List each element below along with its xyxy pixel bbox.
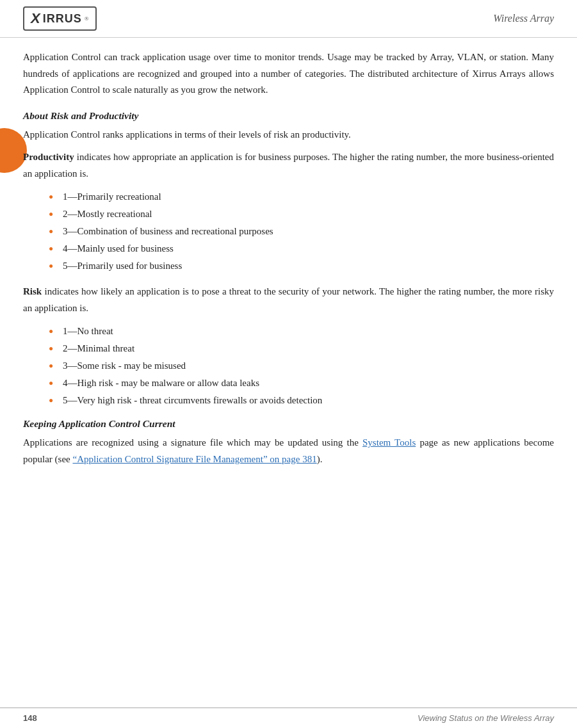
list-item: 2—Minimal threat bbox=[49, 340, 554, 357]
main-content: Application Control can track applicatio… bbox=[0, 38, 577, 467]
page-header: X IRRUS ® Wireless Array bbox=[0, 0, 577, 38]
list-item: 3—Some risk - may be misused bbox=[49, 357, 554, 375]
logo-registered: ® bbox=[85, 15, 89, 22]
list-item: 1—No threat bbox=[49, 323, 554, 340]
logo-irrus-text: IRRUS bbox=[43, 12, 82, 26]
section2-text-after: ). bbox=[317, 454, 323, 464]
section1-heading: About Risk and Productivity bbox=[23, 110, 554, 122]
productivity-text: indicates how appropriate an application… bbox=[23, 152, 554, 179]
section2-paragraph: Applications are recognized using a sign… bbox=[23, 435, 554, 467]
logo-x-letter: X bbox=[31, 10, 40, 27]
risk-paragraph: Risk indicates how likely an application… bbox=[23, 284, 554, 316]
list-item: 2—Mostly recreational bbox=[49, 206, 554, 223]
page-footer: 148 Viewing Status on the Wireless Array bbox=[0, 708, 577, 728]
list-item: 4—High risk - may be malware or allow da… bbox=[49, 375, 554, 392]
risk-label: Risk bbox=[23, 286, 42, 296]
intro-paragraph: Application Control can track applicatio… bbox=[23, 49, 554, 99]
footer-chapter-title: Viewing Status on the Wireless Array bbox=[418, 713, 554, 723]
logo-area: X IRRUS ® bbox=[23, 6, 97, 31]
header-title: Wireless Array bbox=[493, 13, 554, 24]
productivity-paragraph: Productivity indicates how appropriate a… bbox=[23, 149, 554, 182]
risk-text: indicates how likely an application is t… bbox=[23, 286, 554, 313]
section2-heading: Keeping Application Control Current bbox=[23, 418, 554, 430]
productivity-bullet-list: 1—Primarily recreational2—Mostly recreat… bbox=[49, 188, 554, 275]
list-item: 1—Primarily recreational bbox=[49, 188, 554, 206]
list-item: 5—Very high risk - threat circumvents fi… bbox=[49, 392, 554, 409]
list-item: 3—Combination of business and recreation… bbox=[49, 223, 554, 240]
productivity-label: Productivity bbox=[23, 152, 74, 162]
section2-text-before-link1: Applications are recognized using a sign… bbox=[23, 437, 362, 448]
footer-page-number: 148 bbox=[23, 713, 37, 723]
section1-paragraph: Application Control ranks applications i… bbox=[23, 127, 554, 143]
list-item: 5—Primarily used for business bbox=[49, 257, 554, 275]
risk-bullet-list: 1—No threat2—Minimal threat3—Some risk -… bbox=[49, 323, 554, 409]
signature-file-link[interactable]: “Application Control Signature File Mana… bbox=[72, 454, 316, 464]
system-tools-link[interactable]: System Tools bbox=[362, 437, 416, 448]
logo-box: X IRRUS ® bbox=[23, 6, 97, 31]
list-item: 4—Mainly used for business bbox=[49, 240, 554, 257]
